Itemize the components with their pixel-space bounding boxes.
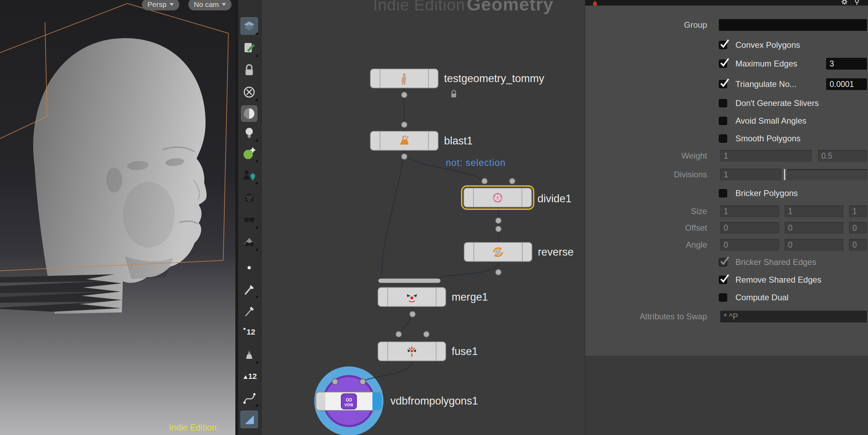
node-label-reverse: reverse xyxy=(538,246,573,258)
lock-icon[interactable] xyxy=(241,62,257,78)
lighting-icon[interactable] xyxy=(241,125,257,141)
size-param-label: Size xyxy=(585,206,707,216)
node-label-tommy: testgeometry_tommy xyxy=(444,72,544,85)
node-right-flag[interactable] xyxy=(522,243,532,261)
node-testgeometry-tommy[interactable] xyxy=(370,69,438,88)
divide-node-icon xyxy=(491,191,504,204)
bricker-polygons-checkbox[interactable] xyxy=(719,189,727,197)
hide-objects-icon[interactable] xyxy=(241,84,257,100)
brush-icon[interactable] xyxy=(241,281,257,298)
merge-node-icon xyxy=(405,291,418,304)
camera-menu[interactable]: No cam xyxy=(188,0,232,10)
display-options-icon[interactable] xyxy=(241,17,258,35)
blast-node-icon xyxy=(398,134,411,148)
scene-annotate-icon[interactable] xyxy=(241,40,257,56)
triangulate-checkbox[interactable] xyxy=(719,80,727,88)
gear-icon[interactable] xyxy=(841,0,848,6)
divisions-param-label: Divisions xyxy=(585,170,707,179)
pin-icon[interactable] xyxy=(854,0,860,5)
node-reverse[interactable] xyxy=(464,242,532,262)
wire-glasses-icon[interactable] xyxy=(241,234,257,250)
bricker-shared-edges-checkbox[interactable] xyxy=(719,258,727,266)
network-editor[interactable]: Indie Edition Geometry xyxy=(262,0,585,435)
angle-x-input[interactable]: 0 xyxy=(720,239,779,251)
node-right-flag[interactable] xyxy=(436,288,445,306)
camera-label: No cam xyxy=(194,0,219,10)
remove-shared-edges-checkbox[interactable] xyxy=(719,276,727,284)
size-z-input[interactable]: 1 xyxy=(849,205,867,217)
convex-polygons-checkbox[interactable] xyxy=(719,41,727,49)
chevron-down-icon xyxy=(222,3,226,6)
node-left-flag[interactable] xyxy=(378,342,388,361)
node-left-flag[interactable] xyxy=(316,392,326,410)
weight-input-1[interactable]: 1 xyxy=(720,150,812,162)
divisions-slider[interactable] xyxy=(787,169,867,180)
node-fuse1[interactable] xyxy=(378,341,446,361)
parameter-list: Group Convex Polygons Maximum Edges 3 Tr… xyxy=(585,6,868,356)
avoid-small-angles-label: Avoid Small Angles xyxy=(735,116,806,126)
triangulate-input[interactable]: 0.0001 xyxy=(826,78,867,90)
vdb-badge-label: VDB xyxy=(344,403,353,407)
node-divide1[interactable] xyxy=(463,188,532,207)
add-geometry-icon[interactable] xyxy=(241,145,257,162)
compute-dual-checkbox[interactable] xyxy=(719,293,727,302)
node-right-flag[interactable] xyxy=(436,342,445,361)
camera-pin-icon[interactable] xyxy=(241,167,257,184)
offset-x-input[interactable]: 0 xyxy=(720,222,779,234)
infinity-glyph: ∞ xyxy=(346,396,352,403)
avoid-small-angles-checkbox[interactable] xyxy=(719,117,727,125)
weight-input-2[interactable]: 0.5 xyxy=(818,150,867,162)
shading-mode-icon[interactable] xyxy=(241,105,257,122)
node-left-flag[interactable] xyxy=(464,188,474,207)
shade-glasses-icon[interactable] xyxy=(241,212,257,228)
node-left-flag[interactable] xyxy=(371,69,380,88)
node-left-flag[interactable] xyxy=(371,132,380,150)
houdini-window: Persp No cam Indie Edition xyxy=(0,0,868,435)
size-x-input[interactable]: 1 xyxy=(720,205,779,217)
profile-curve-icon[interactable] xyxy=(241,390,257,406)
divisions-slider-handle[interactable] xyxy=(784,169,785,180)
flatten-brush-icon[interactable] xyxy=(241,346,257,363)
angle-z-input[interactable]: 0 xyxy=(849,239,867,251)
scene-viewport[interactable]: Persp No cam Indie Edition xyxy=(0,0,235,435)
divisions-input[interactable]: 1 xyxy=(720,169,781,180)
node-blast1[interactable] xyxy=(370,131,438,151)
offset-param-label: Offset xyxy=(585,223,707,233)
node-right-flag[interactable] xyxy=(372,392,381,410)
smooth-polygons-checkbox[interactable] xyxy=(719,134,727,143)
group-expression-label: not: selection xyxy=(446,158,506,168)
triangulate-label: Triangulate No... xyxy=(735,79,797,89)
point-numbers-icon[interactable]: 12 xyxy=(241,323,257,340)
geometry-cube-icon[interactable] xyxy=(241,189,257,206)
persp-label: Persp xyxy=(147,0,166,10)
merge-input-bar[interactable] xyxy=(378,278,441,283)
angle-y-input[interactable]: 0 xyxy=(785,239,843,251)
offset-y-input[interactable]: 0 xyxy=(785,222,843,234)
node-merge1[interactable] xyxy=(378,287,446,307)
node-right-flag[interactable] xyxy=(522,188,531,207)
group-param-label: Group xyxy=(585,20,707,30)
offset-z-input[interactable]: 0 xyxy=(849,222,867,234)
tommy-node-icon xyxy=(398,72,411,85)
node-right-flag[interactable] xyxy=(428,132,438,150)
watermark-context-label: Geometry xyxy=(467,0,554,14)
convex-polygons-label: Convex Polygons xyxy=(735,40,800,50)
node-vdbfrompolygons1[interactable]: ∞ VDB xyxy=(316,392,382,411)
node-left-flag[interactable] xyxy=(464,243,474,261)
bricker-polygons-label: Bricker Polygons xyxy=(735,188,798,198)
point-display-icon[interactable] xyxy=(241,259,257,276)
persp-view-menu[interactable]: Persp xyxy=(142,0,179,10)
slivers-checkbox[interactable] xyxy=(719,99,727,107)
node-right-flag[interactable] xyxy=(428,69,438,88)
normals-display-icon[interactable] xyxy=(241,411,258,428)
size-y-input[interactable]: 1 xyxy=(785,205,843,217)
maximum-edges-input[interactable]: 3 xyxy=(826,58,867,70)
node-left-flag[interactable] xyxy=(378,288,388,306)
maximum-edges-checkbox[interactable] xyxy=(719,60,727,68)
attributes-swap-input[interactable]: * ^P xyxy=(720,311,867,322)
pen-icon[interactable] xyxy=(241,303,257,320)
reverse-node-icon xyxy=(491,246,505,259)
node-wires xyxy=(262,0,585,435)
primitive-numbers-icon[interactable]: 12 xyxy=(241,367,257,384)
group-input[interactable] xyxy=(719,19,867,31)
